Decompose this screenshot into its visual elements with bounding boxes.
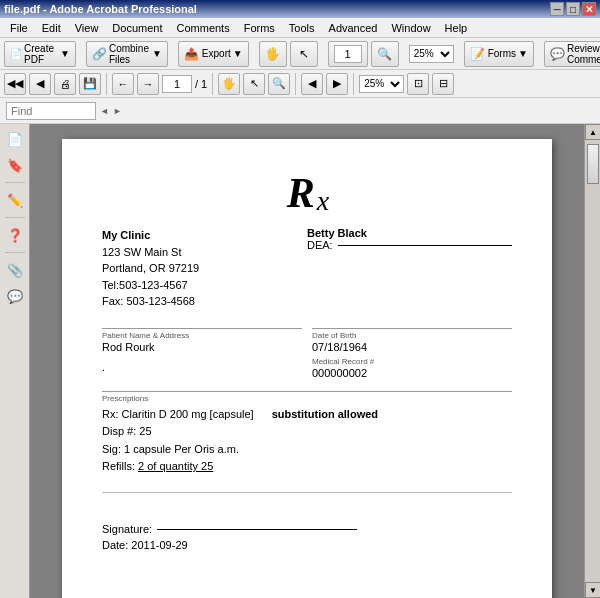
review-label: Review & Comment: [567, 43, 600, 65]
tb2-next-page-btn[interactable]: ▶: [326, 73, 348, 95]
tb2-hand-btn[interactable]: 🖐: [218, 73, 240, 95]
page-number-input[interactable]: [334, 45, 362, 63]
clinic-address2: Portland, OR 97219: [102, 260, 287, 277]
scroll-up-button[interactable]: ▲: [585, 124, 600, 140]
signature-label: Signature:: [102, 523, 152, 535]
menu-tools[interactable]: Tools: [283, 20, 321, 36]
medical-record-area: Medical Record # 000000002: [312, 357, 512, 379]
nav-first-button[interactable]: ◀◀: [4, 73, 26, 95]
findbar: ◄ ►: [0, 98, 600, 124]
medical-record-label: Medical Record #: [312, 357, 512, 366]
page-input-tb2[interactable]: [162, 75, 192, 93]
patient-fields: Patient Name & Address Rod Rourk . Date …: [102, 322, 512, 379]
prescription-section: Prescriptions Rx: Claritin D 200 mg [cap…: [102, 391, 512, 473]
scroll-thumb[interactable]: [587, 144, 599, 184]
lt-page-btn[interactable]: 📄: [4, 128, 26, 150]
create-pdf-button[interactable]: 📄 Create PDF ▼: [4, 41, 76, 67]
medical-record-value: 000000002: [312, 367, 512, 379]
menu-view[interactable]: View: [69, 20, 105, 36]
tb2-prev-page-btn[interactable]: ◀: [301, 73, 323, 95]
prescriptions-label: Prescriptions: [102, 391, 512, 403]
forms-arrow: ▼: [518, 48, 528, 59]
select-icon: ↖: [296, 46, 312, 62]
rx-r: R: [287, 170, 315, 216]
menu-forms[interactable]: Forms: [238, 20, 281, 36]
create-pdf-icon: 📄: [10, 46, 22, 62]
tb2-select-btn[interactable]: ↖: [243, 73, 265, 95]
forms-button[interactable]: 📝 Forms ▼: [464, 41, 534, 67]
signature-area: Signature: Date: 2011-09-29: [102, 523, 512, 551]
nav-prev-button[interactable]: ◀: [29, 73, 51, 95]
tb2-sep-4: [353, 73, 354, 95]
patient-row-1: Patient Name & Address Rod Rourk . Date …: [102, 322, 512, 379]
left-toolbar: 📄 🔖 ✏️ ❓ 📎 💬: [0, 124, 30, 598]
menu-document[interactable]: Document: [106, 20, 168, 36]
find-prev-arrow[interactable]: ◄: [100, 106, 109, 116]
toolbar-icon-btn-1[interactable]: 🖐: [259, 41, 287, 67]
dob-label: Date of Birth: [312, 331, 512, 340]
zoom-select[interactable]: 25% 50% 75% 100%: [409, 45, 454, 63]
pdf-page: Rx My Clinic 123 SW Main St Portland, OR…: [62, 139, 552, 598]
toolbar-icon-btn-3[interactable]: 🔍: [371, 41, 399, 67]
maximize-button[interactable]: □: [566, 2, 580, 16]
menu-file[interactable]: File: [4, 20, 34, 36]
scroll-track[interactable]: [585, 140, 600, 582]
nav-forward-button[interactable]: →: [137, 73, 159, 95]
lt-sep-3: [5, 252, 25, 253]
tb2-sep-2: [212, 73, 213, 95]
lt-attach-btn[interactable]: 📎: [4, 259, 26, 281]
combine-files-button[interactable]: 🔗 Combine Files ▼: [86, 41, 168, 67]
export-icon: 📤: [184, 46, 200, 62]
minimize-button[interactable]: ─: [550, 2, 564, 16]
doctor-info: Betty Black DEA:: [307, 227, 512, 251]
titlebar-title: file.pdf - Adobe Acrobat Professional: [4, 3, 550, 15]
toolbar-icon-btn-2[interactable]: ↖: [290, 41, 318, 67]
find-next-arrow[interactable]: ►: [113, 106, 122, 116]
sep-2: [312, 328, 512, 329]
lt-edit-btn[interactable]: ✏️: [4, 189, 26, 211]
menu-advanced[interactable]: Advanced: [323, 20, 384, 36]
nav-print-button[interactable]: 🖨: [54, 73, 76, 95]
tb2-zoom-out-btn[interactable]: 🔍: [268, 73, 290, 95]
doc-area[interactable]: Rx My Clinic 123 SW Main St Portland, OR…: [30, 124, 584, 598]
lt-comment-btn[interactable]: 💬: [4, 285, 26, 307]
zoom-select-tb2[interactable]: 25% 50% 100% 150%: [359, 75, 404, 93]
divider-line: [102, 492, 512, 493]
sep-1: [102, 328, 302, 329]
export-button[interactable]: 📤 Export ▼: [178, 41, 249, 67]
menu-edit[interactable]: Edit: [36, 20, 67, 36]
tb2-fit-page-btn[interactable]: ⊡: [407, 73, 429, 95]
review-button[interactable]: 💬 Review & Comment ▼: [544, 41, 600, 67]
nav-save-button[interactable]: 💾: [79, 73, 101, 95]
tb2-fit-width-btn[interactable]: ⊟: [432, 73, 454, 95]
find-input[interactable]: [6, 102, 96, 120]
disp-line: Disp #: 25: [102, 423, 512, 441]
lt-sep-1: [5, 182, 25, 183]
zoom-icon: 🔍: [377, 46, 393, 62]
hand-icon: 🖐: [265, 46, 281, 62]
rx-logo: Rx: [102, 169, 512, 217]
lt-help-btn[interactable]: ❓: [4, 224, 26, 246]
nav-back-button[interactable]: ←: [112, 73, 134, 95]
menu-help[interactable]: Help: [439, 20, 474, 36]
clinic-fax: Fax: 503-123-4568: [102, 293, 287, 310]
clinic-tel: Tel:503-123-4567: [102, 277, 287, 294]
scroll-down-button[interactable]: ▼: [585, 582, 600, 598]
combine-arrow: ▼: [152, 48, 162, 59]
refills-line: Refills: 2 of quantity 25: [102, 460, 512, 472]
menubar: File Edit View Document Comments Forms T…: [0, 18, 600, 38]
lt-bookmarks-btn[interactable]: 🔖: [4, 154, 26, 176]
toolbar1: 📄 Create PDF ▼ 🔗 Combine Files ▼ 📤 Expor…: [0, 38, 600, 70]
menu-comments[interactable]: Comments: [171, 20, 236, 36]
signature-underline: [157, 529, 357, 530]
combine-label: Combine Files: [109, 43, 150, 65]
review-icon: 💬: [550, 46, 565, 62]
close-button[interactable]: ✕: [582, 2, 596, 16]
menu-window[interactable]: Window: [385, 20, 436, 36]
main-area: 📄 🔖 ✏️ ❓ 📎 💬 Rx My Clinic 123 SW Main St…: [0, 124, 600, 598]
tb2-sep-3: [295, 73, 296, 95]
titlebar: file.pdf - Adobe Acrobat Professional ─ …: [0, 0, 600, 18]
substitution: substitution allowed: [272, 408, 378, 420]
titlebar-controls: ─ □ ✕: [550, 2, 596, 16]
export-label: Export: [202, 48, 231, 59]
